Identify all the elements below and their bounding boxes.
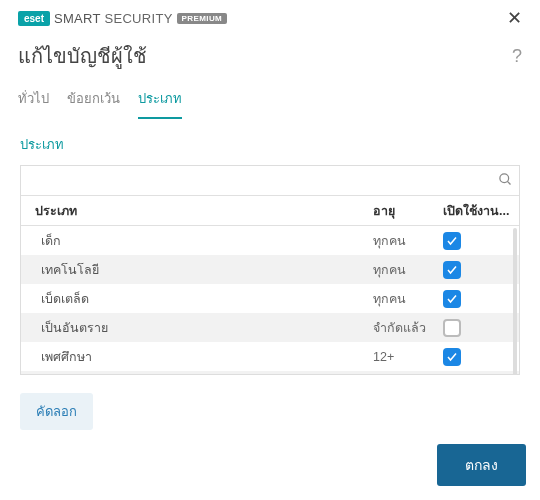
- help-icon[interactable]: ?: [512, 46, 522, 67]
- enabled-checkbox[interactable]: [443, 319, 461, 337]
- close-icon[interactable]: ✕: [501, 7, 528, 29]
- enabled-checkbox[interactable]: [443, 261, 461, 279]
- table-header: ประเภท อายุ เปิดใช้งาน...: [21, 196, 519, 226]
- cell-enabled: [443, 319, 513, 337]
- copy-button[interactable]: คัดลอก: [20, 393, 93, 430]
- cell-category: เพศศึกษา: [41, 347, 373, 367]
- table-row[interactable]: เพศศึกษา12+: [21, 342, 519, 371]
- ok-button[interactable]: ตกลง: [437, 444, 526, 486]
- enabled-checkbox[interactable]: [443, 348, 461, 366]
- table-row[interactable]: เป็นอันตรายจำกัดแล้ว: [21, 313, 519, 342]
- cell-category: เป็นอันตราย: [41, 318, 373, 338]
- table-row[interactable]: เด็กทุกคน: [21, 226, 519, 255]
- enabled-checkbox[interactable]: [443, 290, 461, 308]
- premium-badge: PREMIUM: [177, 13, 228, 24]
- tabs: ทั่วไป ข้อยกเว้น ประเภท: [0, 82, 540, 120]
- cell-enabled: [443, 290, 513, 308]
- brand-text: SMART SECURITY: [54, 11, 173, 26]
- table-body: เด็กทุกคนเทคโนโลยีทุกคนเบ็ดเตล็ดทุกคนเป็…: [21, 226, 519, 374]
- tab-general[interactable]: ทั่วไป: [18, 82, 49, 119]
- tab-categories[interactable]: ประเภท: [138, 82, 182, 119]
- col-category[interactable]: ประเภท: [35, 201, 373, 221]
- tab-exceptions[interactable]: ข้อยกเว้น: [67, 82, 120, 119]
- table-row[interactable]: แฟชั่นทุกคน: [21, 371, 519, 374]
- svg-point-0: [500, 173, 509, 182]
- search-input[interactable]: [31, 173, 498, 188]
- search-icon[interactable]: [498, 172, 513, 190]
- cell-category: เด็ก: [41, 231, 373, 251]
- cell-age: จำกัดแล้ว: [373, 318, 443, 338]
- brand-badge: eset: [18, 11, 50, 26]
- table-row[interactable]: เบ็ดเตล็ดทุกคน: [21, 284, 519, 313]
- col-enabled[interactable]: เปิดใช้งาน...: [443, 201, 513, 221]
- cell-enabled: [443, 348, 513, 366]
- page-title: แก้ไขบัญชีผู้ใช้: [18, 40, 147, 72]
- cell-age: 12+: [373, 350, 443, 364]
- enabled-checkbox[interactable]: [443, 232, 461, 250]
- category-table: ประเภท อายุ เปิดใช้งาน... เด็กทุกคนเทคโน…: [20, 165, 520, 375]
- cell-age: ทุกคน: [373, 289, 443, 309]
- svg-line-1: [507, 181, 510, 184]
- section-label: ประเภท: [20, 134, 520, 155]
- scrollbar[interactable]: [513, 228, 517, 375]
- titlebar: eset SMART SECURITY PREMIUM ✕: [0, 0, 540, 32]
- cell-category: เบ็ดเตล็ด: [41, 289, 373, 309]
- cell-enabled: [443, 232, 513, 250]
- cell-age: ทุกคน: [373, 231, 443, 251]
- table-row[interactable]: เทคโนโลยีทุกคน: [21, 255, 519, 284]
- col-age[interactable]: อายุ: [373, 201, 443, 221]
- cell-enabled: [443, 261, 513, 279]
- cell-age: ทุกคน: [373, 260, 443, 280]
- cell-category: เทคโนโลยี: [41, 260, 373, 280]
